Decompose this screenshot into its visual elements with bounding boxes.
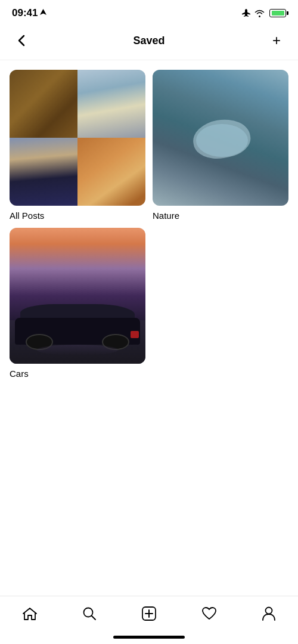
collection-item-nature[interactable]: Nature <box>153 70 288 221</box>
heart-icon <box>201 606 217 621</box>
add-post-icon <box>141 606 157 621</box>
back-button[interactable] <box>10 29 33 52</box>
location-arrow-icon <box>40 9 46 17</box>
search-icon <box>82 606 97 621</box>
tail-light <box>131 331 139 338</box>
svg-point-5 <box>265 608 272 614</box>
nav-item-home[interactable] <box>13 604 47 623</box>
thumb-arch-rock <box>77 70 145 138</box>
nav-item-likes[interactable] <box>192 604 226 623</box>
bottom-nav <box>0 596 298 630</box>
battery-fill <box>272 11 284 16</box>
collections-grid: All Posts Nature <box>10 70 288 379</box>
status-bar: 09:41 <box>0 0 298 24</box>
page-title: Saved <box>133 35 164 47</box>
all-posts-thumb-grid <box>10 70 145 206</box>
nav-item-search[interactable] <box>73 604 106 623</box>
svg-line-1 <box>92 616 95 620</box>
home-icon <box>22 606 38 621</box>
collection-thumbnail-cars <box>10 228 145 364</box>
home-indicator-bar <box>113 636 185 639</box>
nav-item-add[interactable] <box>132 603 166 624</box>
collection-label-cars: Cars <box>10 369 145 379</box>
chevron-left-icon <box>18 35 25 47</box>
collection-thumbnail-all-posts <box>10 70 145 206</box>
cars-image-container <box>10 228 145 364</box>
home-indicator <box>0 630 298 644</box>
collection-thumbnail-nature <box>153 70 288 206</box>
status-icons <box>241 9 286 17</box>
wifi-icon <box>254 10 265 17</box>
airplane-icon <box>241 9 251 17</box>
clock: 09:41 <box>12 7 38 19</box>
collection-item-cars[interactable]: Cars <box>10 228 145 379</box>
collection-item-all-posts[interactable]: All Posts <box>10 70 145 221</box>
collection-label-all-posts: All Posts <box>10 210 145 221</box>
add-collection-button[interactable]: + <box>265 29 288 52</box>
person-icon <box>262 606 276 621</box>
thumb-wine-shelf <box>10 70 77 138</box>
nature-image <box>153 70 288 206</box>
status-time: 09:41 <box>12 7 46 19</box>
nav-item-profile[interactable] <box>252 603 285 624</box>
content-area: All Posts Nature <box>0 60 298 596</box>
thumb-car-dusk <box>10 138 77 206</box>
battery-icon <box>269 9 286 17</box>
collection-label-nature: Nature <box>153 210 288 221</box>
svg-point-0 <box>84 608 93 617</box>
header: Saved + <box>0 24 298 60</box>
thumb-dinner-scene <box>77 138 145 206</box>
